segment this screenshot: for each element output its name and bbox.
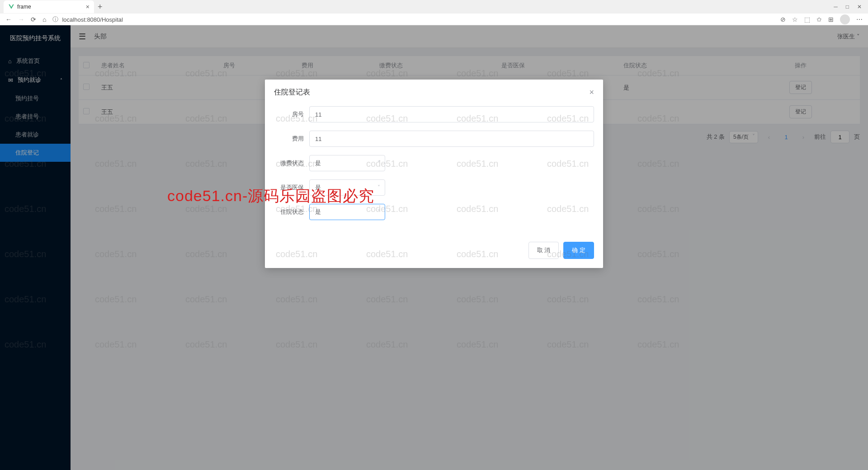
close-tab-icon[interactable]: ×	[86, 3, 90, 10]
cancel-button[interactable]: 取 消	[528, 242, 559, 259]
minimize-icon[interactable]: ─	[834, 4, 838, 10]
app-container: 医院预约挂号系统 ⌂ 系统首页 ✉ 预约就诊 ˄ 预约挂号 患者挂号 患者就诊 …	[0, 25, 868, 470]
address-bar: ← → ⟳ ⌂ ⓘ localhost:8080/Hospital ⊘ ☆ ⬚ …	[0, 14, 868, 25]
modal-overlay[interactable]: 住院登记表 × 房号 费用 缴费状态 是˅ 是否医保 是˅	[0, 25, 868, 470]
ins-select[interactable]: 是˅	[309, 179, 385, 196]
extension-icon[interactable]: ☆	[792, 16, 798, 23]
menu-icon[interactable]: ⋯	[856, 16, 863, 23]
chevron-down-icon: ˅	[377, 209, 380, 215]
collections-icon[interactable]: ⊞	[828, 16, 834, 23]
dialog-header: 住院登记表 ×	[265, 80, 603, 102]
vue-icon	[8, 4, 14, 10]
status-label: 住院状态	[274, 208, 309, 216]
dialog: 住院登记表 × 房号 费用 缴费状态 是˅ 是否医保 是˅	[265, 80, 603, 268]
room-label: 房号	[274, 110, 309, 118]
fee-input[interactable]	[309, 131, 594, 147]
confirm-button[interactable]: 确 定	[563, 242, 594, 259]
ins-label: 是否医保	[274, 183, 309, 192]
refresh-button[interactable]: ⟳	[31, 16, 36, 23]
browser-chrome: frame × + ─ □ ✕ ← → ⟳ ⌂ ⓘ localhost:8080…	[0, 0, 868, 25]
url-box[interactable]: ⓘ localhost:8080/Hospital	[52, 15, 774, 24]
room-input[interactable]	[309, 106, 594, 122]
chevron-down-icon: ˅	[377, 184, 380, 191]
status-select[interactable]: 是˅	[309, 204, 385, 220]
forward-button[interactable]: →	[18, 16, 24, 23]
pay-label: 缴费状态	[274, 159, 309, 167]
puzzle-icon[interactable]: ⬚	[804, 16, 810, 23]
tab-title: frame	[17, 4, 31, 10]
browser-tab[interactable]: frame ×	[4, 0, 94, 13]
home-button[interactable]: ⌂	[42, 16, 46, 23]
profile-avatar[interactable]	[840, 14, 850, 24]
favorites-icon[interactable]: ✩	[816, 16, 822, 23]
read-icon[interactable]: ⊘	[780, 16, 786, 23]
close-window-icon[interactable]: ✕	[857, 4, 862, 10]
dialog-body: 房号 费用 缴费状态 是˅ 是否医保 是˅ 住院状态 是˅	[265, 102, 603, 237]
pay-select[interactable]: 是˅	[309, 155, 385, 171]
toolbar-right: ⊘ ☆ ⬚ ✩ ⊞ ⋯	[780, 14, 863, 24]
dialog-title: 住院登记表	[274, 88, 310, 97]
back-button[interactable]: ←	[5, 16, 12, 23]
dialog-close-icon[interactable]: ×	[589, 88, 594, 97]
dialog-footer: 取 消 确 定	[265, 237, 603, 268]
window-controls: ─ □ ✕	[834, 4, 868, 10]
url-text: localhost:8080/Hospital	[62, 16, 123, 23]
maximize-icon[interactable]: □	[846, 4, 849, 10]
fee-label: 费用	[274, 135, 309, 143]
tab-bar: frame × + ─ □ ✕	[0, 0, 868, 14]
info-icon: ⓘ	[52, 15, 58, 24]
chevron-down-icon: ˅	[377, 160, 380, 166]
new-tab-button[interactable]: +	[98, 2, 103, 12]
